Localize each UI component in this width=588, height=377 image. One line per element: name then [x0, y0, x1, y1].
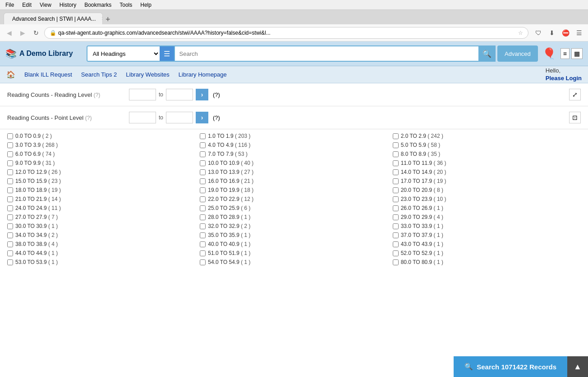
menu-file[interactable]: File — [2, 1, 18, 9]
checkbox-9[interactable] — [7, 160, 13, 166]
checkbox-38[interactable] — [393, 241, 399, 247]
reading-level-help-icon[interactable]: (?) — [94, 92, 101, 98]
search-input[interactable] — [175, 45, 478, 62]
reading-level-expand-button[interactable]: ⤢ — [569, 89, 581, 100]
new-tab-button[interactable]: + — [106, 15, 110, 24]
checkbox-31[interactable] — [200, 223, 206, 229]
checkbox-21[interactable] — [7, 196, 13, 202]
advanced-search-button[interactable]: Advanced — [497, 45, 538, 62]
login-link[interactable]: Please Login — [546, 75, 582, 82]
checkbox-44[interactable] — [393, 259, 399, 265]
checkbox-32[interactable] — [393, 223, 399, 229]
reading-level-to-input[interactable] — [166, 89, 193, 100]
download-icon[interactable]: ⬇ — [547, 27, 557, 38]
point-level-expand-button[interactable]: ⊡ — [569, 112, 581, 123]
reload-button[interactable]: ↻ — [31, 27, 41, 38]
checkbox-15[interactable] — [7, 178, 13, 184]
menu-tools[interactable]: Tools — [116, 1, 136, 9]
point-level-range-help-icon[interactable]: (?) — [213, 114, 220, 121]
checkbox-18[interactable] — [7, 187, 13, 193]
list-item: 52.0 TO 52.9 ( 1 ) — [393, 250, 581, 256]
search-records-button[interactable]: 🔍 Search 1071422 Records — [454, 356, 567, 377]
list-item: 13.0 TO 13.9 ( 27 ) — [200, 169, 388, 175]
checkbox-26[interactable] — [393, 205, 399, 211]
checkbox-6[interactable] — [7, 151, 13, 157]
checkbox-22[interactable] — [200, 196, 206, 202]
checkbox-39[interactable] — [7, 250, 13, 256]
bookmark-icon[interactable]: ☆ — [518, 30, 523, 36]
browser-tab-active[interactable]: Advanced Search | STWI | AAAA... ✕ — [4, 13, 103, 24]
search-button[interactable]: 🔍 — [478, 45, 496, 62]
grid-view-button[interactable]: ▦ — [571, 48, 583, 59]
checkbox-10[interactable] — [200, 160, 206, 166]
checkbox-37[interactable] — [200, 241, 206, 247]
point-level-to-input[interactable] — [166, 112, 193, 123]
checkbox-36[interactable] — [7, 241, 13, 247]
point-level-from-input[interactable] — [129, 112, 156, 123]
menu-view[interactable]: View — [36, 1, 55, 9]
checkbox-0[interactable] — [7, 133, 13, 139]
settings-icon[interactable]: ☰ — [574, 27, 584, 38]
checkbox-11[interactable] — [393, 160, 399, 166]
checkbox-19[interactable] — [200, 187, 206, 193]
checkbox-35[interactable] — [393, 232, 399, 238]
address-bar[interactable] — [44, 27, 528, 39]
menu-bookmarks[interactable]: Bookmarks — [81, 1, 115, 9]
list-numbered-view-button[interactable]: ≡ — [560, 48, 570, 59]
checkbox-label-44: 80.0 TO 80.9 ( 1 ) — [401, 259, 443, 265]
checkbox-42[interactable] — [7, 259, 13, 265]
checkbox-3[interactable] — [7, 142, 13, 148]
heading-select[interactable]: All Headings Title Author Subject Keywor… — [87, 46, 160, 61]
shield-icon[interactable]: 🛡 — [533, 27, 544, 38]
nav-library-homepage[interactable]: Library Homepage — [179, 71, 227, 78]
checkbox-24[interactable] — [7, 205, 13, 211]
checkbox-28[interactable] — [200, 214, 206, 220]
reading-level-from-input[interactable] — [129, 89, 156, 100]
checkbox-label-30: 30.0 TO 30.9 ( 1 ) — [15, 223, 58, 229]
ublock-icon[interactable]: ⛔ — [560, 27, 571, 38]
checkbox-13[interactable] — [200, 169, 206, 175]
forward-button[interactable]: ▶ — [17, 27, 28, 38]
checkbox-12[interactable] — [7, 169, 13, 175]
checkbox-41[interactable] — [393, 250, 399, 256]
checkbox-30[interactable] — [7, 223, 13, 229]
tab-close-button[interactable]: ✕ — [101, 16, 103, 22]
checkbox-label-9: 9.0 TO 9.9 ( 31 ) — [15, 160, 55, 166]
checkbox-43[interactable] — [200, 259, 206, 265]
menu-help[interactable]: Help — [137, 1, 155, 9]
checkbox-8[interactable] — [393, 151, 399, 157]
checkbox-40[interactable] — [200, 250, 206, 256]
checkbox-label-34: 35.0 TO 35.9 ( 1 ) — [208, 232, 250, 238]
nav-library-websites[interactable]: Library Websites — [126, 71, 170, 78]
scroll-top-button[interactable]: ▲ — [567, 356, 588, 377]
page-wrapper: Reading Counts - Reading Level (?) to › … — [0, 83, 588, 377]
nav-search-tips[interactable]: Search Tips 2 — [81, 71, 117, 78]
checkbox-label-25: 25.0 TO 25.9 ( 6 ) — [208, 205, 250, 211]
checkbox-25[interactable] — [200, 205, 206, 211]
checkbox-7[interactable] — [200, 151, 206, 157]
reading-level-go-button[interactable]: › — [196, 89, 208, 100]
checkbox-4[interactable] — [200, 142, 206, 148]
reading-level-range-help-icon[interactable]: (?) — [213, 91, 220, 98]
checkbox-5[interactable] — [393, 142, 399, 148]
point-level-go-button[interactable]: › — [196, 112, 208, 123]
checkbox-27[interactable] — [7, 214, 13, 220]
nav-blank-ill[interactable]: Blank ILL Request — [24, 71, 72, 78]
checkbox-14[interactable] — [393, 169, 399, 175]
checkbox-34[interactable] — [200, 232, 206, 238]
menu-edit[interactable]: Edit — [18, 1, 35, 9]
checkbox-16[interactable] — [200, 178, 206, 184]
menu-history[interactable]: History — [56, 1, 80, 9]
checkbox-17[interactable] — [393, 178, 399, 184]
checkbox-20[interactable] — [393, 187, 399, 193]
list-item: 30.0 TO 30.9 ( 1 ) — [7, 223, 195, 229]
checkbox-23[interactable] — [393, 196, 399, 202]
checkbox-1[interactable] — [200, 133, 206, 139]
checkbox-29[interactable] — [393, 214, 399, 220]
checkbox-33[interactable] — [7, 232, 13, 238]
point-level-help-icon[interactable]: (?) — [85, 115, 92, 121]
heading-filter-button[interactable]: ☰ — [160, 45, 174, 62]
back-button[interactable]: ◀ — [4, 27, 14, 38]
checkbox-2[interactable] — [393, 133, 399, 139]
home-button[interactable]: 🏠 — [6, 70, 15, 79]
